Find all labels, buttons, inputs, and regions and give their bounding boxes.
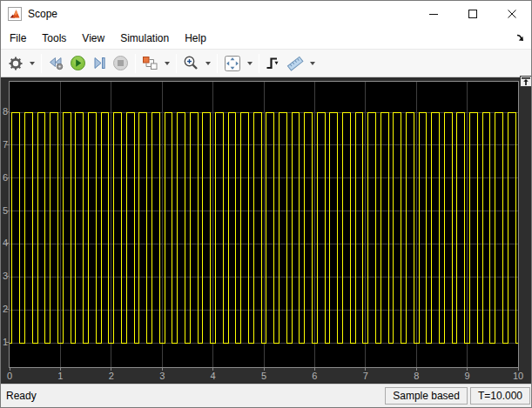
x-tick-mark bbox=[365, 368, 366, 371]
fit-to-view-icon bbox=[224, 55, 241, 72]
settings-button[interactable] bbox=[5, 52, 26, 75]
maximize-button[interactable] bbox=[453, 1, 492, 27]
x-tick-label: 10 bbox=[513, 371, 523, 381]
ruler-icon bbox=[286, 56, 304, 71]
toolbar bbox=[1, 49, 531, 77]
title-bar: Scope bbox=[1, 1, 531, 27]
x-tick-mark bbox=[162, 368, 163, 371]
x-tick-label: 1 bbox=[57, 371, 63, 381]
toolbar-separator bbox=[41, 54, 42, 73]
menu-bar: File Tools View Simulation Help bbox=[1, 27, 531, 49]
toolbar-separator bbox=[217, 54, 218, 73]
y-tick-mark bbox=[6, 243, 9, 244]
maximize-icon bbox=[468, 10, 477, 18]
x-tick-mark bbox=[416, 368, 417, 371]
run-icon bbox=[70, 55, 86, 71]
x-tick-label: 0 bbox=[7, 371, 12, 381]
dock-button[interactable] bbox=[513, 31, 527, 45]
toolbar-separator bbox=[259, 54, 259, 73]
chevron-down-icon bbox=[247, 62, 253, 65]
chevron-down-icon bbox=[205, 62, 211, 65]
y-tick-mark bbox=[6, 309, 9, 310]
status-mode: Sample based bbox=[385, 387, 468, 405]
x-tick-mark bbox=[314, 368, 315, 371]
x-tick-mark bbox=[10, 368, 10, 371]
step-back-icon bbox=[48, 56, 64, 70]
chevron-down-icon bbox=[30, 62, 35, 65]
measurements-dropdown[interactable] bbox=[306, 52, 318, 75]
expand-panel-button[interactable] bbox=[520, 75, 532, 86]
cursor-measurements-button[interactable] bbox=[284, 52, 306, 75]
x-tick-mark bbox=[60, 368, 61, 371]
x-tick-mark bbox=[212, 368, 213, 371]
scope-plot bbox=[10, 82, 518, 367]
status-text: Ready bbox=[6, 390, 37, 402]
status-bar: Ready Sample based T=10.000 bbox=[1, 384, 532, 407]
highlight-block-dropdown[interactable] bbox=[161, 52, 172, 75]
expand-panel-icon bbox=[520, 76, 532, 87]
x-tick-mark bbox=[518, 368, 519, 371]
close-button[interactable] bbox=[492, 1, 531, 27]
step-forward-icon bbox=[92, 56, 107, 70]
y-tick-mark bbox=[6, 177, 9, 178]
close-icon bbox=[508, 10, 516, 18]
x-tick-label: 8 bbox=[414, 371, 419, 381]
toolbar-separator bbox=[176, 54, 177, 73]
x-tick-label: 6 bbox=[312, 371, 317, 381]
trigger-icon bbox=[266, 56, 281, 70]
run-button[interactable] bbox=[67, 52, 89, 75]
minimize-icon bbox=[429, 10, 438, 18]
window-controls bbox=[414, 1, 531, 27]
menu-tools[interactable]: Tools bbox=[34, 29, 74, 48]
x-tick-label: 7 bbox=[363, 371, 368, 381]
x-tick-label: 5 bbox=[261, 371, 266, 381]
zoom-in-icon bbox=[183, 55, 199, 71]
y-tick-mark bbox=[6, 211, 9, 211]
trigger-button[interactable] bbox=[263, 52, 284, 75]
zoom-dropdown[interactable] bbox=[202, 52, 213, 75]
toolbar-separator bbox=[135, 54, 136, 73]
y-tick-mark bbox=[6, 144, 9, 145]
menu-help[interactable]: Help bbox=[177, 29, 214, 48]
zoom-button[interactable] bbox=[180, 52, 202, 75]
chevron-down-icon bbox=[165, 62, 170, 65]
step-back-button[interactable] bbox=[45, 52, 67, 75]
stop-icon bbox=[112, 55, 129, 71]
x-tick-mark bbox=[264, 368, 265, 371]
dock-arrow-icon bbox=[515, 33, 525, 43]
step-forward-button[interactable] bbox=[89, 52, 110, 75]
x-tick-label: 3 bbox=[159, 371, 165, 381]
minimize-button[interactable] bbox=[414, 1, 453, 27]
x-tick-label: 2 bbox=[109, 371, 114, 381]
matlab-icon bbox=[8, 7, 22, 21]
x-tick-mark bbox=[467, 368, 468, 371]
fit-to-view-dropdown[interactable] bbox=[244, 52, 255, 75]
x-tick-mark bbox=[111, 368, 111, 371]
stop-button[interactable] bbox=[110, 52, 131, 75]
x-tick-label: 4 bbox=[211, 371, 216, 381]
y-tick-mark bbox=[6, 276, 9, 277]
menu-simulation[interactable]: Simulation bbox=[112, 29, 177, 48]
scope-window: Scope File Tools View Simulation Help bbox=[0, 0, 532, 408]
highlight-simulink-block-button[interactable] bbox=[139, 52, 161, 75]
window-title: Scope bbox=[28, 8, 57, 20]
scope-canvas[interactable] bbox=[9, 81, 519, 368]
status-time: T=10.000 bbox=[470, 387, 530, 405]
settings-dropdown[interactable] bbox=[26, 52, 37, 75]
plot-region: 01234567891012345678 bbox=[1, 77, 532, 385]
y-tick-mark bbox=[6, 111, 9, 112]
x-tick-label: 9 bbox=[465, 371, 470, 381]
fit-to-view-button[interactable] bbox=[221, 52, 244, 75]
menu-view[interactable]: View bbox=[74, 29, 112, 48]
gear-icon bbox=[8, 56, 24, 71]
chevron-down-icon bbox=[310, 62, 315, 65]
y-tick-mark bbox=[6, 342, 9, 343]
menu-file[interactable]: File bbox=[2, 29, 34, 48]
simulink-block-icon bbox=[142, 56, 158, 70]
